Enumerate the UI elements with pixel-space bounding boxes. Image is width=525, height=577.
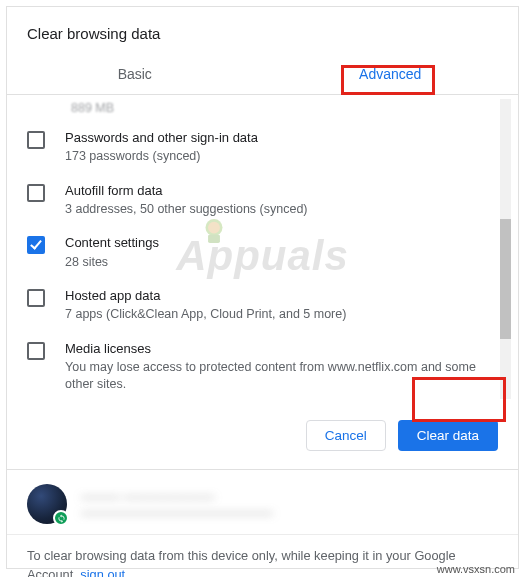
- tab-basic[interactable]: Basic: [7, 56, 263, 94]
- account-email: ————————————————: [81, 505, 273, 521]
- checkbox-hosted-app[interactable]: [27, 289, 45, 307]
- avatar: [27, 484, 67, 524]
- option-hosted-app[interactable]: Hosted app data 7 apps (Click&Clean App,…: [27, 279, 498, 332]
- option-content-settings[interactable]: Content settings 28 sites: [27, 226, 498, 279]
- account-section: ——— ——————— ————————————————: [7, 470, 518, 535]
- footer-text-after: .: [125, 567, 129, 577]
- source-label: www.vsxsn.com: [437, 563, 515, 575]
- option-text: Media licenses You may lose access to pr…: [65, 340, 498, 394]
- option-title: Media licenses: [65, 340, 498, 358]
- option-media-licenses[interactable]: Media licenses You may lose access to pr…: [27, 332, 498, 402]
- option-subtitle: 7 apps (Click&Clean App, Cloud Print, an…: [65, 306, 498, 324]
- option-text: Hosted app data 7 apps (Click&Clean App,…: [65, 287, 498, 324]
- option-passwords[interactable]: Passwords and other sign-in data 173 pas…: [27, 121, 498, 174]
- option-subtitle: You may lose access to protected content…: [65, 359, 498, 394]
- checkbox-content-settings[interactable]: [27, 236, 45, 254]
- cancel-button[interactable]: Cancel: [306, 420, 386, 452]
- account-name: ——— ———————: [81, 488, 273, 506]
- option-text: Content settings 28 sites: [65, 234, 498, 271]
- scrollbar-track[interactable]: [500, 99, 511, 399]
- tabs: Basic Advanced: [7, 56, 518, 95]
- options-list: 889 MB Passwords and other sign-in data …: [7, 95, 518, 402]
- sign-out-link[interactable]: sign out: [80, 567, 125, 577]
- option-text: Autofill form data 3 addresses, 50 other…: [65, 182, 498, 219]
- option-title: Passwords and other sign-in data: [65, 129, 498, 147]
- dialog-title: Clear browsing data: [7, 7, 518, 56]
- content-area: 889 MB Passwords and other sign-in data …: [7, 95, 518, 470]
- sync-icon: [53, 510, 69, 526]
- option-title: Content settings: [65, 234, 498, 252]
- option-subtitle: 173 passwords (synced): [65, 148, 498, 166]
- truncated-above: 889 MB: [27, 95, 498, 121]
- checkbox-autofill[interactable]: [27, 184, 45, 202]
- scrollbar-thumb[interactable]: [500, 219, 511, 339]
- clear-browsing-data-dialog: Clear browsing data Basic Advanced 889 M…: [6, 6, 519, 569]
- option-subtitle: 3 addresses, 50 other suggestions (synce…: [65, 201, 498, 219]
- dialog-actions: Cancel Clear data: [7, 402, 518, 470]
- option-title: Autofill form data: [65, 182, 498, 200]
- checkbox-media-licenses[interactable]: [27, 342, 45, 360]
- option-title: Hosted app data: [65, 287, 498, 305]
- checkbox-passwords[interactable]: [27, 131, 45, 149]
- clear-data-button[interactable]: Clear data: [398, 420, 498, 452]
- option-autofill[interactable]: Autofill form data 3 addresses, 50 other…: [27, 174, 498, 227]
- option-subtitle: 28 sites: [65, 254, 498, 272]
- tab-advanced[interactable]: Advanced: [263, 56, 519, 94]
- account-lines: ——— ——————— ————————————————: [81, 488, 273, 522]
- option-text: Passwords and other sign-in data 173 pas…: [65, 129, 498, 166]
